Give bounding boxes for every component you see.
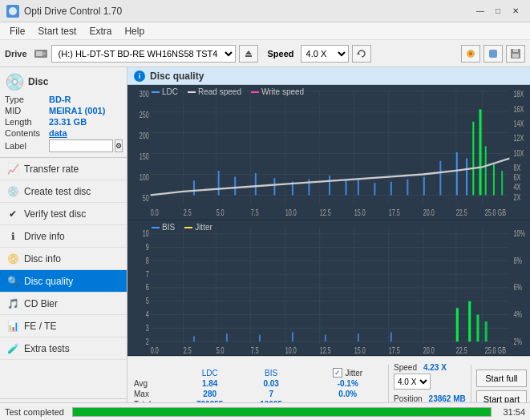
svg-text:2.5: 2.5	[184, 208, 192, 218]
legend-read-speed: Read speed	[188, 87, 241, 96]
stats-max-row: Max 280 7 0.0%	[131, 389, 383, 399]
menubar: File Start test Extra Help	[0, 22, 530, 40]
nav-cd-bier[interactable]: 🎵 CD Bier	[0, 293, 127, 315]
disc-label-input[interactable]	[49, 139, 113, 152]
jitter-checkbox[interactable]: ✓	[333, 368, 342, 378]
nav-disc-quality[interactable]: 🔍 Disc quality	[0, 270, 127, 293]
disc-label-btn[interactable]: ⚙	[115, 139, 123, 152]
app-icon	[6, 5, 19, 18]
col-header-jitter: ✓ Jitter	[312, 367, 383, 378]
avg-ldc: 1.84	[177, 378, 243, 389]
toolbar: Drive (H:) HL-DT-ST BD-RE WH16NS58 TST4 …	[0, 40, 530, 67]
disc-info-icon: 📀	[6, 252, 19, 265]
nav-disc-info-label: Disc info	[24, 253, 61, 265]
nav-disc-info[interactable]: 📀 Disc info	[0, 248, 127, 270]
svg-point-0	[9, 7, 17, 15]
svg-rect-50	[493, 164, 495, 195]
drive-info-icon: ℹ	[6, 230, 19, 243]
tool-btn-1[interactable]	[461, 45, 480, 63]
start-full-button[interactable]: Start full	[476, 370, 527, 387]
svg-text:0.0: 0.0	[151, 208, 159, 218]
svg-text:18X: 18X	[514, 90, 524, 99]
speed-value: 4.23 X	[423, 363, 447, 372]
nav-fe-te[interactable]: 📊 FE / TE	[0, 315, 127, 337]
legend-jitter-dot	[184, 227, 192, 228]
drive-selector[interactable]: (H:) HL-DT-ST BD-RE WH16NS58 TST4	[51, 45, 236, 63]
svg-text:22.5: 22.5	[456, 345, 467, 355]
svg-rect-106	[468, 301, 471, 341]
nav-drive-info-label: Drive info	[24, 231, 65, 242]
disc-length-value: 23.31 GB	[49, 117, 87, 127]
svg-rect-47	[472, 122, 474, 196]
progress-bar-fill	[73, 408, 491, 416]
create-test-disc-icon: 💿	[6, 185, 19, 198]
window-controls: — □ ✕	[472, 3, 524, 19]
menu-file[interactable]: File	[3, 24, 31, 38]
nav-transfer-rate[interactable]: 📈 Transfer rate	[0, 158, 127, 180]
svg-text:15.0: 15.0	[354, 208, 366, 218]
svg-rect-105	[456, 308, 459, 341]
nav-create-test-disc[interactable]: 💿 Create test disc	[0, 180, 127, 203]
nav-cd-bier-label: CD Bier	[24, 298, 58, 309]
svg-text:4: 4	[146, 309, 149, 319]
svg-text:7.5: 7.5	[251, 208, 259, 218]
svg-text:2X: 2X	[514, 192, 521, 202]
svg-text:10X: 10X	[514, 148, 524, 158]
menu-start-test[interactable]: Start test	[31, 24, 83, 38]
disc-contents-value[interactable]: data	[49, 128, 67, 138]
svg-text:15.0: 15.0	[354, 345, 366, 355]
status-time: 31:54	[503, 407, 525, 417]
content-area: Disc quality LDC Read speed Wri	[127, 67, 530, 420]
disc-type-value: BD-R	[49, 95, 71, 104]
nav-items: 📈 Transfer rate 💿 Create test disc ✔ Ver…	[0, 158, 127, 398]
svg-rect-41	[390, 182, 392, 196]
svg-text:5.0: 5.0	[216, 345, 225, 355]
max-ldc: 280	[177, 389, 243, 399]
legend-bis-dot	[152, 227, 160, 228]
svg-text:7: 7	[146, 269, 149, 279]
svg-rect-45	[456, 152, 458, 195]
menu-extra[interactable]: Extra	[83, 24, 118, 38]
svg-rect-12	[513, 49, 518, 52]
speed-select-dropdown[interactable]: 4.0 X	[394, 374, 431, 390]
svg-rect-38	[345, 180, 346, 195]
nav-drive-info[interactable]: ℹ Drive info	[0, 225, 127, 248]
nav-transfer-rate-label: Transfer rate	[24, 164, 79, 175]
svg-rect-49	[485, 146, 487, 195]
save-button[interactable]	[506, 45, 525, 63]
svg-text:14X: 14X	[514, 119, 524, 129]
close-button[interactable]: ✕	[508, 3, 524, 19]
status-text: Test completed	[5, 407, 64, 417]
progress-bar-container	[72, 407, 492, 417]
svg-text:17.5: 17.5	[389, 345, 400, 355]
svg-text:4X: 4X	[514, 183, 521, 192]
titlebar: Opti Drive Control 1.70 — □ ✕	[0, 0, 530, 22]
maximize-button[interactable]: □	[490, 3, 506, 19]
bis-chart: BIS Jitter	[127, 220, 530, 356]
col-header-space	[300, 367, 313, 378]
nav-extra-tests[interactable]: 🧪 Extra tests	[0, 337, 127, 360]
svg-text:6%: 6%	[514, 281, 523, 292]
nav-verify-test-disc[interactable]: ✔ Verify test disc	[0, 203, 127, 225]
svg-rect-34	[273, 178, 275, 195]
refresh-button[interactable]	[352, 45, 371, 63]
nav-disc-quality-label: Disc quality	[24, 276, 73, 287]
minimize-button[interactable]: —	[472, 3, 488, 19]
svg-text:20.0: 20.0	[423, 208, 435, 218]
disc-quality-icon: 🔍	[6, 275, 19, 288]
legend-ldc: LDC	[152, 87, 178, 96]
drive-label: Drive	[5, 49, 27, 59]
svg-text:300: 300	[140, 90, 149, 99]
tool-btn-2[interactable]	[483, 45, 503, 63]
svg-text:12.5: 12.5	[320, 345, 331, 355]
legend-write-label: Write speed	[261, 87, 304, 96]
legend-bis-label: BIS	[162, 223, 175, 232]
svg-text:9: 9	[146, 241, 149, 252]
svg-text:8%: 8%	[514, 255, 523, 265]
main-layout: 💿 Disc Type BD-R MID MEIRA1 (001) Length…	[0, 67, 530, 420]
menu-help[interactable]: Help	[118, 24, 151, 38]
svg-rect-102	[325, 335, 326, 341]
speed-selector[interactable]: 4.0 X	[301, 45, 349, 63]
svg-text:16X: 16X	[514, 104, 524, 114]
eject-button[interactable]	[239, 45, 258, 63]
